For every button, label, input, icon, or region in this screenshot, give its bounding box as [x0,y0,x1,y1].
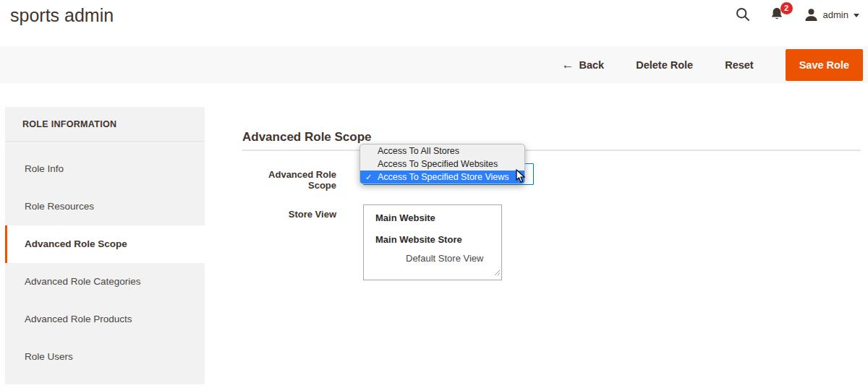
section-title: Advanced Role Scope [242,130,372,145]
dropdown-option-specified-store-views[interactable]: ✓ Access To Specified Store Views [360,171,524,184]
reset-label: Reset [725,59,754,71]
admin-user-menu[interactable]: admin [804,8,859,22]
sidebar-item-advanced-role-products[interactable]: Advanced Role Products [5,301,205,338]
store-option-main-website[interactable]: Main Website [375,212,435,223]
user-name-label: admin [823,9,848,20]
back-button-label: Back [579,59,605,71]
notifications-button[interactable]: 2 [770,7,786,22]
chevron-down-icon [854,14,859,17]
sidebar-item-advanced-role-scope[interactable]: Advanced Role Scope [5,225,205,263]
scope-dropdown-menu: Access To All Stores Access To Specified… [359,144,525,184]
header-actions: 2 admin [735,7,859,22]
store-option-main-website-store[interactable]: Main Website Store [375,234,462,245]
sidebar-item-role-resources[interactable]: Role Resources [5,188,205,225]
resize-handle-icon[interactable] [494,266,501,279]
sidebar-item-role-users[interactable]: Role Users [5,338,205,376]
admin-page: sports admin 2 admin [0,0,868,388]
search-icon[interactable] [735,7,751,22]
save-role-button[interactable]: Save Role [786,49,863,81]
checkmark-icon: ✓ [365,171,372,184]
dropdown-option-specified-websites[interactable]: Access To Specified Websites [360,158,524,171]
back-button[interactable]: ← Back [562,59,605,71]
reset-button[interactable]: Reset [725,59,754,71]
role-information-sidebar: ROLE INFORMATION Role Info Role Resource… [5,107,205,384]
store-view-listbox[interactable]: Main Website Main Website Store Default … [363,204,502,280]
advanced-role-scope-field-label: Advanced Role Scope [242,169,336,191]
page-header: sports admin 2 admin [0,0,868,46]
sidebar-list: Role Info Role Resources Advanced Role S… [5,142,205,376]
sidebar-item-advanced-role-categories[interactable]: Advanced Role Categories [5,263,205,301]
dropdown-option-all-stores[interactable]: Access To All Stores [360,145,524,158]
delete-role-button[interactable]: Delete Role [636,59,693,71]
notification-count-badge[interactable]: 2 [780,2,793,14]
mouse-cursor-icon [516,169,526,186]
store-view-field-label: Store View [242,209,336,220]
user-avatar-icon [804,8,818,22]
sidebar-header: ROLE INFORMATION [5,107,205,142]
back-arrow-icon: ← [562,59,574,71]
section-divider [242,150,861,151]
action-toolbar: ← Back Delete Role Reset Save Role [0,46,868,83]
store-option-default-store-view[interactable]: Default Store View [406,253,483,264]
dropdown-option-label: Access To Specified Store Views [378,172,509,182]
sidebar-item-role-info[interactable]: Role Info [5,150,205,188]
delete-role-label: Delete Role [636,59,693,71]
content-area: ROLE INFORMATION Role Info Role Resource… [0,107,868,388]
page-title: sports admin [10,5,114,26]
